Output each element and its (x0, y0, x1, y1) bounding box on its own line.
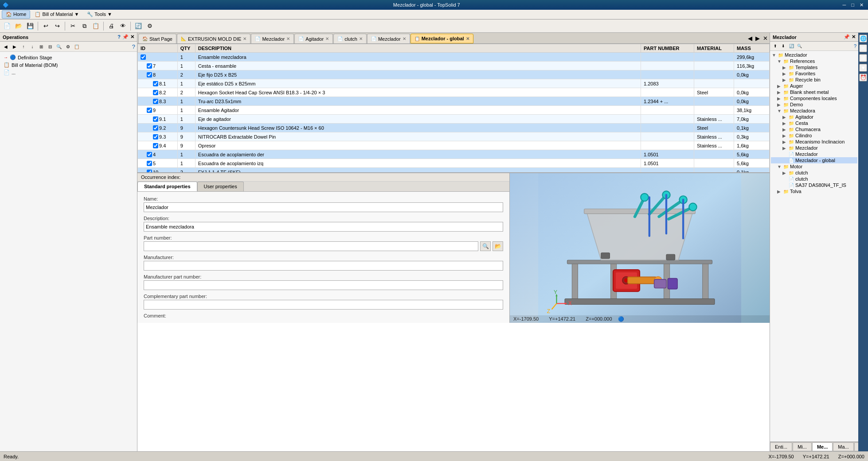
row-checkbox[interactable] (153, 81, 158, 86)
table-row[interactable]: 9 1Ensamble Agitador38,1kg (138, 106, 770, 115)
rtree-item[interactable]: ▶📁Blank sheet metal (771, 89, 857, 95)
tree-expand-icon[interactable]: ▶ (777, 90, 782, 95)
op-tool-9[interactable]: 📋 (73, 43, 81, 50)
table-row[interactable]: 8.3 1Tru-arc D23.5x1mm1.2344 + ...0,0kg (138, 97, 770, 106)
rtree-item[interactable]: ▶📁Chumacera (771, 126, 857, 132)
table-row[interactable]: 9.2 9Hexagon Countersunk Head Screw ISO … (138, 124, 770, 132)
btab-me[interactable]: Me... (812, 442, 833, 451)
tool-save[interactable]: 💾 (25, 21, 35, 31)
row-checkbox[interactable] (153, 90, 158, 95)
row-checkbox[interactable] (153, 134, 158, 139)
rtree-item[interactable]: ▶📁clutch (771, 170, 857, 176)
rtree-item[interactable]: ▶📁Cesta (771, 120, 857, 126)
tree-ellipsis[interactable]: 📄 ... (2, 69, 135, 76)
rtree-item[interactable]: 📄Mezclador (771, 151, 857, 157)
rt-btn-3[interactable]: 🔄 (788, 43, 795, 50)
table-row[interactable]: 9.1 1Eje de agitadorStainless ...7,0kg (138, 115, 770, 124)
op-tool-3[interactable]: ↑ (20, 43, 27, 50)
tree-expand-icon[interactable]: ▶ (782, 71, 788, 76)
rtree-item[interactable]: ▶📁Templates (771, 64, 857, 70)
far-right-btn-4[interactable]: ♥ (859, 64, 867, 72)
op-tool-2[interactable]: ▶ (11, 43, 19, 50)
table-row[interactable]: 1Ensamble mezcladora299,6kg (138, 53, 770, 62)
op-tool-6[interactable]: ⊟ (46, 43, 54, 50)
tree-expand-icon[interactable]: ▼ (777, 108, 782, 113)
tab-scroll-right[interactable]: ▶ (754, 33, 761, 43)
table-row[interactable]: 9.3 9NITROCARB Extractable Dowel PinStai… (138, 132, 770, 141)
rtree-item[interactable]: ▶📁Cilindro (771, 132, 857, 139)
partnumber-input[interactable] (144, 241, 478, 251)
tree-expand-icon[interactable]: ▶ (782, 65, 788, 70)
maximize-button[interactable]: □ (849, 2, 856, 8)
tab-clutch[interactable]: 📄 clutch ✕ (333, 34, 367, 43)
tree-expand-icon[interactable]: ▶ (782, 133, 788, 138)
tab-clutch-close[interactable]: ✕ (359, 36, 363, 41)
far-right-btn-3[interactable]: ⊞ (859, 54, 867, 62)
btab-mi[interactable]: Mi... (793, 442, 812, 451)
operations-pin[interactable]: 📌 (122, 34, 129, 40)
tree-expand-icon[interactable]: ▶ (782, 115, 788, 120)
tool-preview[interactable]: 👁 (117, 21, 128, 31)
tree-expand-icon[interactable]: ▶ (782, 146, 788, 151)
row-checkbox[interactable] (147, 161, 152, 166)
rtree-item[interactable]: 📄clutch (771, 176, 857, 182)
table-row[interactable]: 10 2FYJ 1 1-4 TF (SKF)0,1kg (138, 168, 770, 173)
tool-new[interactable]: 📄 (2, 21, 12, 31)
tree-expand-icon[interactable]: ▶ (782, 139, 788, 144)
tool-copy[interactable]: ⧉ (79, 21, 90, 31)
operations-close[interactable]: ✕ (130, 34, 134, 40)
tree-expand-icon[interactable]: ▼ (777, 59, 782, 64)
row-checkbox[interactable] (153, 116, 158, 122)
tool-refresh[interactable]: 🔄 (133, 21, 144, 31)
table-row[interactable]: 8.1 1Eje estático D25 x B25mm1.2083 (138, 79, 770, 88)
op-tool-5[interactable]: ⊞ (37, 43, 45, 50)
tool-undo[interactable]: ↩ (40, 21, 51, 31)
rtree-item[interactable]: 📄SA37 DAS80N4_TF_IS (771, 182, 857, 188)
tab-options[interactable]: ✕ (762, 33, 769, 43)
tab-mezclador1[interactable]: 📄 Mezclador ✕ (251, 34, 294, 43)
bom-table-container[interactable]: ID QTY DESCRIPTION PART NUMBER MATERIAL … (137, 44, 770, 172)
tool-paste[interactable]: 📋 (90, 21, 101, 31)
menu-tools[interactable]: 🔧 Tools ▼ (83, 11, 115, 18)
rtree-item[interactable]: ▼📁Mezcladora (771, 108, 857, 114)
op-tool-7[interactable]: 🔍 (55, 43, 63, 50)
close-button[interactable]: ✕ (858, 2, 865, 8)
tree-expand-icon[interactable]: ▼ (772, 53, 777, 58)
op-help-icon[interactable]: ? (132, 43, 135, 50)
tab-scroll-left[interactable]: ◀ (747, 33, 754, 43)
rtree-item[interactable]: ▶📁Agitador (771, 114, 857, 120)
menu-bom[interactable]: 📋 Bill of Material ▼ (31, 11, 82, 18)
op-tool-1[interactable]: ◀ (2, 43, 10, 50)
rtree-item[interactable]: ▼📁Mezclador (771, 52, 857, 58)
btab-ma[interactable]: Ma... (833, 442, 853, 451)
rt-btn-1[interactable]: ⬆ (772, 43, 779, 50)
tree-expand-icon[interactable]: ▶ (777, 96, 782, 101)
table-row[interactable]: 4 1Escuadra de acoplamiento der1.05015,6… (138, 150, 770, 159)
description-input[interactable] (144, 222, 503, 232)
rtree-item[interactable]: ▶📁Recycle bin (771, 77, 857, 83)
tool-settings[interactable]: ⚙ (145, 21, 155, 31)
row-checkbox[interactable] (147, 72, 152, 77)
tab-standard-props[interactable]: Standard properties (137, 182, 197, 191)
name-input[interactable] (144, 202, 503, 212)
rtree-item[interactable]: ▶📁Mecanismo Inclinacion (771, 139, 857, 145)
tab-mez2-close[interactable]: ✕ (403, 36, 406, 41)
table-row[interactable]: 7 1Cesta - ensamble116,3kg (138, 62, 770, 70)
rtree-item[interactable]: ▶📁Favorites (771, 70, 857, 77)
tab-extrusion[interactable]: 📐 EXTRUSION MOLD DIE ✕ (177, 34, 250, 43)
tab-start-page[interactable]: 🏠 Start Page (138, 34, 176, 43)
tree-expand-icon[interactable]: ▶ (782, 170, 788, 175)
right-pin[interactable]: 📌 (844, 34, 850, 40)
mfr-partnumber-input[interactable] (144, 280, 503, 290)
row-checkbox[interactable] (153, 143, 158, 148)
tab-mezclador-global[interactable]: 📋 Mezclador - global ✕ (411, 34, 473, 43)
rtree-item[interactable]: ▶📁Demo (771, 101, 857, 108)
btab-enti[interactable]: Enti... (770, 442, 792, 451)
row-checkbox[interactable] (141, 54, 146, 60)
partnumber-browse-btn[interactable]: 📂 (493, 241, 503, 251)
tree-expand-icon[interactable]: ▶ (782, 121, 788, 126)
tree-bom[interactable]: 📋 Bill of Material (BOM) (2, 61, 135, 69)
row-checkbox[interactable] (147, 152, 152, 157)
far-right-btn-1[interactable]: 🌐 (859, 35, 867, 43)
tree-expand-icon[interactable]: ▼ (777, 164, 782, 169)
